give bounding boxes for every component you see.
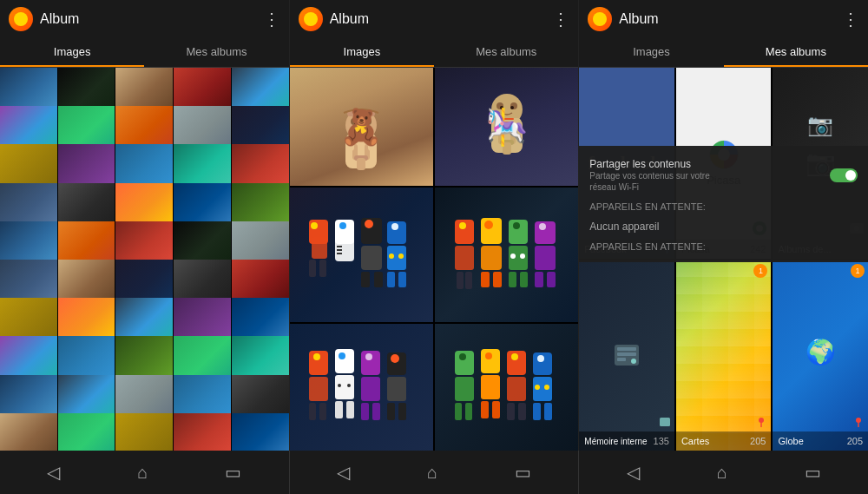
svg-point-102 <box>485 352 492 359</box>
home-btn-1[interactable]: ⌂ <box>130 456 155 490</box>
tab-3-albums[interactable]: Mes albums <box>724 38 868 67</box>
svg-point-87 <box>365 353 372 360</box>
large-image-robots4[interactable] <box>435 324 578 451</box>
panels-container: Album ⋮ Images Mes albums <box>0 0 868 451</box>
svg-rect-78 <box>319 403 326 420</box>
panel-3-tabs: Images Mes albums <box>579 38 868 68</box>
share-toggle-row: Partager les contenus Partage vos conten… <box>579 153 868 198</box>
svg-point-80 <box>339 352 345 359</box>
thumb-47[interactable] <box>58 413 115 451</box>
svg-rect-67 <box>509 272 516 287</box>
svg-point-48 <box>389 254 394 259</box>
home-btn-3[interactable]: ⌂ <box>710 456 734 490</box>
svg-rect-32 <box>309 260 316 277</box>
thumb-46[interactable]: ▶ <box>0 413 57 451</box>
bottom-nav-bar: ◁ ⌂ ▭ ◁ ⌂ ▭ ◁ ⌂ ▭ <box>0 451 868 494</box>
svg-rect-93 <box>387 377 406 401</box>
devices-label: APPAREILS EN ATTENTE: <box>579 198 868 215</box>
svg-rect-21 <box>500 140 514 145</box>
svg-rect-127 <box>617 358 626 361</box>
back-btn-2[interactable]: ◁ <box>330 455 357 490</box>
more-icon-3[interactable]: ⋮ <box>842 9 859 30</box>
globe-small-icon <box>852 416 865 428</box>
svg-rect-99 <box>455 403 462 420</box>
more-icon-1[interactable]: ⋮ <box>263 9 280 30</box>
svg-rect-39 <box>337 253 342 254</box>
thumb-48[interactable] <box>115 413 173 451</box>
tab-2-images[interactable]: Images <box>290 38 434 67</box>
album-memoire[interactable]: Mémoire interne 135 <box>579 260 674 451</box>
svg-rect-61 <box>493 272 502 287</box>
recents-btn-1[interactable]: ▭ <box>218 455 248 490</box>
recents-btn-3[interactable]: ▭ <box>798 455 828 490</box>
home-btn-2[interactable]: ⌂ <box>420 456 444 490</box>
large-image-toy2[interactable] <box>435 68 578 186</box>
svg-point-26 <box>510 106 514 109</box>
svg-point-0 <box>345 109 377 141</box>
svg-rect-98 <box>455 377 474 401</box>
svg-point-2 <box>351 118 358 125</box>
svg-rect-38 <box>337 249 342 251</box>
panel-3-title: Album <box>619 11 842 27</box>
thumbnail-grid-1: ▶ ▶ <box>0 68 289 451</box>
memoire-count: 135 <box>654 436 669 446</box>
tab-1-albums[interactable]: Mes albums <box>144 38 288 67</box>
storage-small-icon <box>659 416 671 428</box>
large-image-toy1[interactable] <box>290 68 433 186</box>
share-sub-label: Partage vos contenus sur votre réseau Wi… <box>589 170 728 193</box>
share-toggle[interactable] <box>830 168 858 182</box>
thumb-50[interactable] <box>232 413 289 451</box>
svg-rect-125 <box>617 347 636 351</box>
globe-count: 205 <box>847 436 863 446</box>
back-btn-1[interactable]: ◁ <box>40 455 67 490</box>
panel-2-header: Album ⋮ <box>290 0 579 38</box>
svg-rect-44 <box>374 272 383 287</box>
svg-rect-11 <box>363 127 370 130</box>
svg-rect-10 <box>352 127 359 130</box>
large-image-robots2[interactable] <box>435 188 578 321</box>
no-device-row: Aucun appareil <box>579 215 868 238</box>
thumb-49[interactable] <box>174 413 231 451</box>
tab-3-images[interactable]: Images <box>579 38 723 67</box>
large-image-robots1[interactable] <box>290 188 433 321</box>
svg-rect-116 <box>533 403 541 420</box>
svg-point-58 <box>484 221 493 229</box>
svg-rect-71 <box>535 246 556 270</box>
svg-rect-89 <box>361 403 369 420</box>
svg-rect-100 <box>465 403 472 420</box>
globe-badge: 1 <box>851 264 865 278</box>
album-cartes[interactable]: Cartes 205 1 <box>676 260 772 451</box>
tab-2-albums[interactable]: Mes albums <box>434 38 578 67</box>
svg-rect-94 <box>387 403 395 420</box>
tab-1-images[interactable]: Images <box>0 38 144 67</box>
svg-rect-14 <box>347 111 375 116</box>
svg-rect-56 <box>465 272 472 289</box>
svg-point-12 <box>354 122 358 125</box>
svg-rect-51 <box>398 272 406 287</box>
panel-3-header: Album ⋮ <box>579 0 868 38</box>
app-icon-1 <box>9 7 33 31</box>
svg-rect-76 <box>309 377 328 401</box>
svg-point-107 <box>511 353 518 360</box>
svg-rect-101 <box>481 349 500 373</box>
svg-rect-8 <box>368 134 375 151</box>
svg-point-82 <box>338 384 341 387</box>
large-image-robots3[interactable] <box>290 324 433 451</box>
more-icon-2[interactable]: ⋮ <box>552 9 569 30</box>
panel-1-title: Album <box>40 11 263 27</box>
svg-point-17 <box>496 102 503 109</box>
app-icon-inner-1 <box>14 12 28 26</box>
svg-rect-79 <box>335 349 354 373</box>
svg-point-115 <box>544 385 549 390</box>
svg-point-30 <box>311 222 318 229</box>
svg-rect-19 <box>498 128 503 144</box>
svg-rect-33 <box>319 260 326 277</box>
recents-btn-2[interactable]: ▭ <box>508 455 538 490</box>
no-device-label: Aucun appareil <box>589 221 659 233</box>
album-globe[interactable]: Globe 205 1 <box>773 260 868 451</box>
svg-rect-129 <box>660 418 670 426</box>
back-btn-3[interactable]: ◁ <box>620 455 647 490</box>
svg-rect-54 <box>455 246 474 270</box>
share-label: Partager les contenus <box>589 158 728 170</box>
nav-section-1: ◁ ⌂ ▭ <box>0 451 290 494</box>
